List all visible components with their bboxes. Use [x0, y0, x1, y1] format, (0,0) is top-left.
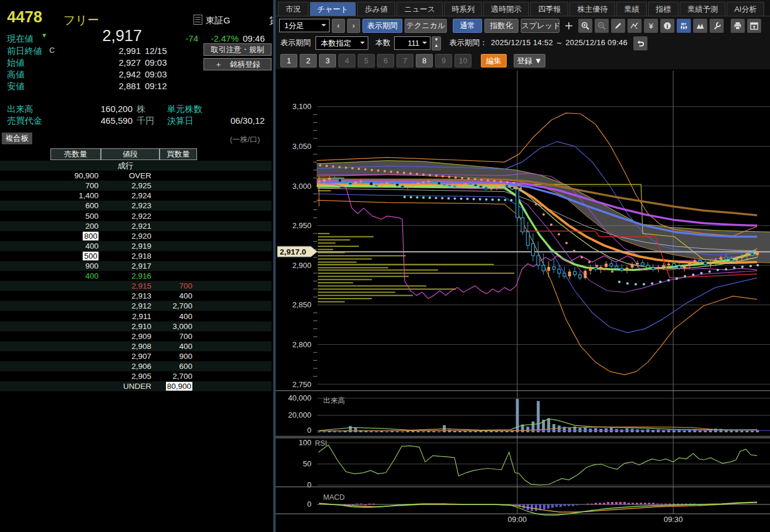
- svg-text:20,000: 20,000: [288, 411, 311, 419]
- chart-set-7[interactable]: 7: [396, 54, 413, 67]
- display-period-range: 2025/12/15 14:52 ～ 2025/12/16 09:46: [491, 36, 627, 49]
- toolbar-button-通常[interactable]: 通常: [453, 19, 482, 33]
- board-row[interactable]: 8002,920: [0, 231, 272, 241]
- wrench-icon[interactable]: [710, 19, 724, 33]
- board-row[interactable]: 5002,922: [0, 211, 272, 221]
- tab-業績予測[interactable]: 業績予測: [680, 2, 725, 16]
- board-row[interactable]: 成行: [0, 161, 272, 171]
- volume-value: 160,200: [76, 104, 133, 114]
- toolbar-button-テクニカル[interactable]: テクニカル: [405, 19, 447, 33]
- pencil-icon[interactable]: [611, 19, 625, 33]
- chart-set-8[interactable]: 8: [416, 54, 433, 67]
- chart-set-2[interactable]: 2: [300, 54, 317, 67]
- down-triangle-icon: ▼: [41, 32, 48, 39]
- chart-set-9[interactable]: 9: [435, 54, 452, 67]
- board-row[interactable]: 2,908400: [0, 341, 272, 351]
- tab-四季報[interactable]: 四季報: [530, 2, 568, 16]
- settlement-label: 決算日: [167, 116, 194, 127]
- trade-caution-button[interactable]: 取引注意・規制: [203, 43, 272, 56]
- board-row[interactable]: 2002,921: [0, 221, 272, 231]
- sell-qty: 500: [85, 212, 99, 221]
- edit-button[interactable]: 編集: [481, 54, 507, 67]
- yen-icon[interactable]: ¥: [644, 19, 658, 33]
- board-row[interactable]: 9002,917: [0, 261, 272, 271]
- board-row[interactable]: 4002,919: [0, 241, 272, 251]
- board-row[interactable]: 2,909700: [0, 331, 272, 341]
- open-time: 09:03: [145, 57, 167, 67]
- board-row[interactable]: UNDER80,900: [0, 381, 272, 391]
- volume-unit: 株: [137, 104, 145, 115]
- zoom-in-icon[interactable]: [578, 19, 592, 33]
- tab-歩み値[interactable]: 歩み値: [357, 2, 395, 16]
- tab-時系列[interactable]: 時系列: [444, 2, 482, 16]
- mountain-icon[interactable]: [693, 19, 707, 33]
- board-row[interactable]: 2,9103,000: [0, 321, 272, 331]
- next-button[interactable]: ›: [347, 19, 360, 33]
- board-row[interactable]: 5002,918: [0, 251, 272, 261]
- register-dropdown-button[interactable]: 登録 ▼: [514, 54, 545, 67]
- board-row[interactable]: 1,4002,924: [0, 191, 272, 201]
- price-change: -74: [170, 33, 198, 43]
- board-row[interactable]: 2,9122,700: [0, 301, 272, 311]
- stock-name: フリー: [63, 12, 99, 28]
- board-row[interactable]: 2,906600: [0, 361, 272, 371]
- svg-text:2,750: 2,750: [292, 380, 311, 389]
- sell-qty: 90,900: [74, 171, 99, 180]
- tab-市況[interactable]: 市況: [278, 2, 308, 16]
- board-row[interactable]: 2,913400: [0, 291, 272, 301]
- price-level: 2,916: [131, 272, 151, 280]
- board-row[interactable]: 2,9052,700: [0, 371, 272, 381]
- my-chart-icon[interactable]: MY: [677, 19, 691, 33]
- prev-button[interactable]: ‹: [332, 19, 345, 33]
- bar-count-input[interactable]: 111: [394, 36, 430, 50]
- tab-業績[interactable]: 業績: [616, 2, 647, 16]
- sell-qty-header: 売数量: [50, 148, 101, 160]
- tab-適時開示[interactable]: 適時開示: [483, 2, 529, 16]
- prev-close-flag: C: [49, 46, 55, 55]
- chart-set-10[interactable]: 10: [454, 54, 472, 67]
- composite-board-button[interactable]: 複合板: [2, 133, 32, 144]
- chart-set-3[interactable]: 3: [319, 54, 336, 67]
- tab-株主優待[interactable]: 株主優待: [569, 2, 615, 16]
- chart-set-1[interactable]: 1: [280, 54, 297, 67]
- trendline-icon[interactable]: [627, 19, 642, 33]
- bar-count-label: 本数: [375, 36, 391, 49]
- zoom-out-icon[interactable]: [595, 19, 609, 33]
- chart-set-5[interactable]: 5: [358, 54, 375, 67]
- chart-set-6[interactable]: 6: [377, 54, 394, 67]
- board-row[interactable]: 2,907900: [0, 351, 272, 361]
- svg-text:MACD: MACD: [323, 493, 345, 501]
- toolbar-button-スプレッド[interactable]: スプレッド: [521, 19, 559, 33]
- board-row[interactable]: 2,915700: [0, 281, 272, 291]
- board-row[interactable]: 4002,916: [0, 271, 272, 281]
- panel-divider[interactable]: [273, 0, 276, 532]
- board-row[interactable]: 6002,923: [0, 201, 272, 211]
- board-row[interactable]: 2,911400: [0, 311, 272, 321]
- bar-count-stepper[interactable]: ▼▲: [432, 36, 441, 50]
- printer-icon[interactable]: [731, 19, 745, 33]
- info-icon[interactable]: i: [660, 19, 674, 33]
- crosshair-icon[interactable]: [562, 19, 576, 33]
- svg-text:2,900: 2,900: [292, 261, 311, 270]
- stock-code: 4478: [7, 8, 42, 26]
- tab-AI分析[interactable]: AI分析: [727, 2, 764, 16]
- toolbar-button-指数化[interactable]: 指数化: [484, 19, 518, 33]
- sell-qty: 800: [83, 232, 99, 240]
- tab-ニュース[interactable]: ニュース: [396, 2, 443, 16]
- undo-icon[interactable]: [633, 36, 647, 50]
- buy-qty: 80,900: [166, 382, 192, 391]
- open-value: 2,927: [94, 57, 141, 67]
- trading-app-window: 3,1003,0503,0002,9502,9002,8502,8002,750…: [0, 0, 770, 532]
- period-mode-select[interactable]: 本数指定: [316, 36, 368, 50]
- export-icon[interactable]: [747, 19, 761, 33]
- board-row[interactable]: 7002,925: [0, 181, 272, 191]
- price-level: 2,925: [131, 181, 151, 190]
- register-symbol-button[interactable]: ＋ 銘柄登録: [203, 58, 272, 70]
- toolbar-button-表示期間[interactable]: 表示期間: [362, 19, 402, 33]
- tab-チャート[interactable]: チャート: [310, 2, 356, 16]
- price-level: 2,915: [131, 282, 151, 290]
- board-row[interactable]: 90,900OVER: [0, 171, 272, 181]
- tab-指標[interactable]: 指標: [648, 2, 679, 16]
- interval-select[interactable]: 1分足: [279, 19, 330, 32]
- chart-set-4[interactable]: 4: [338, 54, 355, 67]
